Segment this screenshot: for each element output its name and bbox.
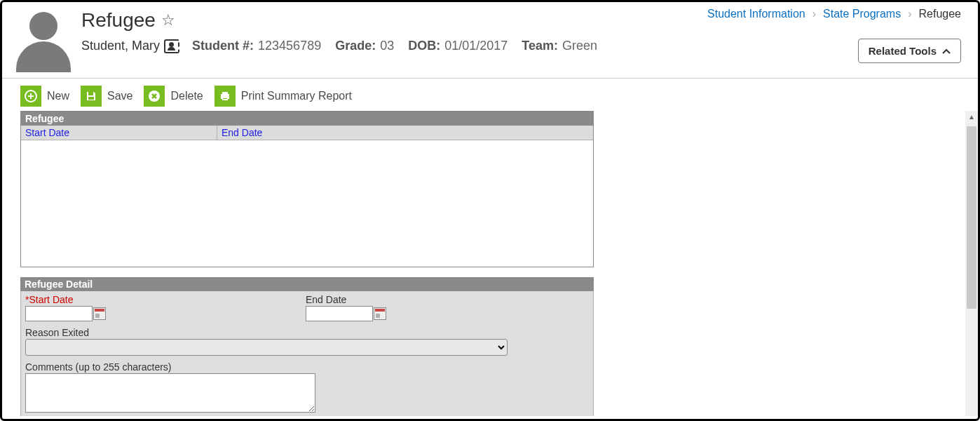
related-tools-button[interactable]: Related Tools	[858, 39, 961, 63]
grade-label: Grade:	[335, 39, 376, 53]
comments-textarea[interactable]	[25, 373, 315, 413]
breadcrumb-link-state-programs[interactable]: State Programs	[823, 8, 901, 20]
comments-label: Comments (up to 255 characters)	[25, 361, 589, 373]
scroll-up-icon[interactable]: ▲	[965, 111, 978, 123]
start-date-input[interactable]	[25, 306, 93, 321]
team-value: Green	[562, 39, 597, 53]
chevron-right-icon: ›	[908, 8, 911, 20]
col-header-start-date[interactable]: Start Date	[21, 126, 217, 140]
save-icon	[81, 86, 102, 107]
reason-exited-label: Reason Exited	[25, 327, 589, 338]
avatar	[16, 9, 71, 71]
favorite-star-icon[interactable]: ☆	[161, 11, 175, 29]
comments-field: Comments (up to 255 characters)	[25, 361, 589, 415]
page-title: Refugee	[81, 9, 156, 32]
plus-icon	[20, 86, 41, 107]
content-area: Refugee Start Date End Date Refugee Deta…	[20, 111, 967, 416]
delete-icon	[144, 86, 165, 107]
delete-button[interactable]: Delete	[144, 86, 203, 107]
delete-label: Delete	[170, 90, 203, 102]
col-header-end-date[interactable]: End Date	[217, 126, 593, 140]
svg-rect-1	[88, 92, 93, 95]
dob-label: DOB:	[408, 39, 440, 53]
detail-section-title: Refugee Detail	[20, 277, 594, 291]
grade-value: 03	[380, 39, 394, 53]
save-button[interactable]: Save	[81, 86, 132, 107]
start-date-label: *Start Date	[25, 294, 278, 305]
reason-exited-select[interactable]	[25, 339, 508, 356]
dob-value: 01/01/2017	[444, 39, 508, 53]
student-number: 123456789	[258, 39, 321, 53]
svg-rect-2	[88, 97, 94, 100]
refugee-detail-section: Refugee Detail *Start Date End Date	[20, 277, 594, 416]
start-date-field: *Start Date	[25, 294, 278, 321]
end-date-field: End Date	[306, 294, 386, 321]
toolbar: New Save Delete Print Summary Report	[2, 79, 978, 114]
related-tools-label: Related Tools	[869, 45, 937, 57]
refugee-list-section: Refugee Start Date End Date	[20, 111, 594, 267]
breadcrumb-link-student-information[interactable]: Student Information	[707, 8, 805, 20]
save-label: Save	[107, 90, 132, 102]
scrollbar[interactable]: ▲	[965, 111, 978, 416]
list-body[interactable]	[21, 140, 593, 267]
team-label: Team:	[522, 39, 558, 53]
print-summary-button[interactable]: Print Summary Report	[215, 86, 352, 107]
scroll-thumb[interactable]	[967, 126, 976, 309]
svg-rect-5	[222, 92, 228, 95]
student-name: Student, Mary	[81, 39, 160, 53]
chevron-up-icon	[942, 48, 951, 54]
printer-icon	[215, 86, 236, 107]
reason-exited-field: Reason Exited	[25, 327, 589, 356]
page-header: Refugee ☆ Student, Mary Student #: 12345…	[2, 2, 978, 79]
new-button[interactable]: New	[20, 86, 69, 107]
student-number-label: Student #:	[192, 39, 254, 53]
new-label: New	[47, 90, 69, 102]
chevron-right-icon: ›	[812, 8, 816, 20]
calendar-icon[interactable]	[93, 307, 106, 320]
calendar-icon[interactable]	[374, 307, 386, 320]
breadcrumb: Student Information › State Programs › R…	[707, 8, 961, 20]
print-label: Print Summary Report	[241, 90, 352, 102]
list-section-title: Refugee	[21, 112, 593, 126]
list-column-headers: Start Date End Date	[21, 126, 593, 140]
end-date-input[interactable]	[306, 306, 373, 321]
breadcrumb-current: Refugee	[919, 8, 962, 20]
end-date-label: End Date	[306, 294, 386, 305]
id-badge-icon[interactable]	[164, 39, 179, 53]
detail-body: *Start Date End Date Reason Exited	[20, 291, 594, 416]
svg-rect-7	[223, 98, 227, 99]
